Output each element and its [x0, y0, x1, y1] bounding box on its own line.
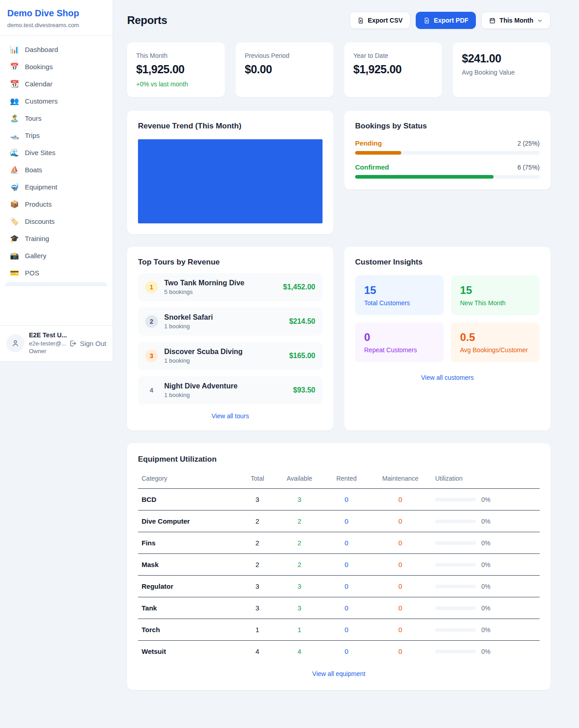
col-category: Category: [138, 470, 240, 489]
stat-cards-row: This Month $1,925.00 +0% vs last month P…: [127, 43, 551, 97]
status-bar-fill: [355, 151, 401, 155]
sidebar-item-tours[interactable]: 🏝️ Tours: [4, 110, 109, 127]
sidebar-item-dashboard[interactable]: 📊 Dashboard: [4, 41, 109, 58]
export-csv-button[interactable]: Export CSV: [350, 12, 410, 29]
equipment-row-mask: Mask 2 2 0 0 0%: [138, 554, 540, 576]
status-row-pending: Pending 2 (25%): [355, 139, 540, 155]
rank-badge: 1: [145, 281, 158, 293]
sign-out-button[interactable]: Sign Out: [69, 340, 106, 347]
stat-card-avg-booking-value: $241.00 Avg Booking Value: [453, 43, 551, 97]
sidebar-item-dive-sites[interactable]: 🌊 Dive Sites: [4, 144, 109, 161]
sidebar-item-boats[interactable]: ⛵ Boats: [4, 161, 109, 178]
sidebar-item-pos[interactable]: 💳 POS: [4, 265, 109, 281]
sidebar-item-reports-partial[interactable]: [5, 282, 107, 286]
package-icon: 📦: [10, 201, 19, 208]
insight-value: 15: [460, 284, 531, 297]
stat-card-this-month: This Month $1,925.00 +0% vs last month: [127, 43, 225, 97]
col-maintenance: Maintenance: [369, 470, 432, 489]
export-pdf-button[interactable]: Export PDF: [416, 12, 476, 29]
export-pdf-label: Export PDF: [434, 17, 468, 24]
insight-repeat-customers: 0 Repeat Customers: [355, 322, 444, 362]
tour-bookings: 5 bookings: [164, 288, 244, 295]
charts-row: Revenue Trend (This Month) Bookings by S…: [127, 111, 551, 234]
utilization-bar: [435, 606, 476, 610]
people-icon: 👥: [10, 98, 19, 105]
sidebar-item-discounts[interactable]: 🏷️ Discounts: [4, 213, 109, 230]
sidebar-item-calendar[interactable]: 📆 Calendar: [4, 76, 109, 92]
equipment-row-tank: Tank 3 3 0 0 0%: [138, 597, 540, 619]
chevron-down-icon: [537, 18, 543, 24]
sidebar-item-label: Customers: [25, 97, 58, 105]
period-selector[interactable]: This Month: [481, 12, 551, 29]
col-total: Total: [240, 470, 275, 489]
tour-row-4[interactable]: 4 Night Dive Adventure 1 booking $93.50: [138, 376, 323, 404]
utilization-pct: 0%: [481, 561, 490, 568]
sidebar-item-label: Dive Sites: [25, 149, 56, 156]
stat-label: This Month: [136, 52, 216, 59]
status-label: Pending: [355, 139, 382, 147]
bookings-by-status-card: Bookings by Status Pending 2 (25%) Confi…: [344, 111, 551, 189]
stat-label: Previous Period: [245, 52, 324, 59]
tour-amount: $93.50: [293, 386, 315, 394]
calendar-icon: [489, 17, 496, 24]
page-title: Reports: [127, 14, 167, 27]
shop-name: Demo Dive Shop: [7, 8, 105, 19]
insight-value: 15: [364, 284, 435, 297]
tour-name: Snorkel Safari: [164, 313, 213, 321]
insight-avg-bookings: 0.5 Avg Bookings/Customer: [451, 322, 540, 362]
stat-value: $241.00: [462, 52, 541, 65]
sidebar-item-label: Products: [25, 200, 52, 208]
equipment-utilization-title: Equipment Utilization: [138, 455, 540, 464]
equipment-row-bcd: BCD 3 3 0 0 0%: [138, 489, 540, 511]
sidebar-item-trips[interactable]: 🛥️ Trips: [4, 127, 109, 144]
calendar-date-icon: 📅: [10, 63, 19, 71]
insight-label: Avg Bookings/Customer: [460, 346, 531, 354]
stat-label: Year to Date: [353, 52, 433, 59]
sidebar-nav: 📊 Dashboard 📅 Bookings 📆 Calendar 👥 Cust…: [0, 36, 113, 325]
user-panel: E2E Test U... e2e-tester@... Owner Sign …: [0, 325, 113, 361]
avatar: [6, 334, 24, 352]
sidebar-item-training[interactable]: 🎓 Training: [4, 230, 109, 247]
user-email: e2e-tester@...: [29, 340, 65, 348]
tour-row-2[interactable]: 2 Snorkel Safari 1 booking $214.50: [138, 307, 323, 336]
tour-amount: $214.50: [289, 317, 315, 326]
status-value: 6 (75%): [517, 164, 540, 171]
header-actions: Export CSV Export PDF This Month: [350, 12, 551, 29]
insight-label: Repeat Customers: [364, 346, 435, 354]
sidebar-item-equipment[interactable]: 🤿 Equipment: [4, 179, 109, 195]
tour-name: Two Tank Morning Dive: [164, 279, 244, 287]
tour-row-3[interactable]: 3 Discover Scuba Diving 1 booking $165.0…: [138, 342, 323, 370]
tour-row-1[interactable]: 1 Two Tank Morning Dive 5 bookings $1,45…: [138, 273, 323, 301]
top-tours-card: Top Tours by Revenue 1 Two Tank Morning …: [127, 247, 333, 430]
utilization-pct: 0%: [481, 626, 490, 633]
sidebar-item-label: Boats: [25, 166, 42, 174]
sidebar-item-gallery[interactable]: 📸 Gallery: [4, 247, 109, 264]
file-download-icon: [357, 17, 364, 24]
credit-card-icon: 💳: [10, 269, 19, 277]
dashboard-icon: 📊: [10, 46, 19, 53]
status-bar-track: [355, 151, 540, 155]
tour-name: Night Dive Adventure: [164, 382, 237, 390]
utilization-pct: 0%: [481, 518, 490, 525]
sidebar-item-customers[interactable]: 👥 Customers: [4, 93, 109, 109]
user-name: E2E Test U...: [29, 331, 65, 339]
utilization-pct: 0%: [481, 583, 490, 590]
sidebar-item-bookings[interactable]: 📅 Bookings: [4, 58, 109, 75]
sidebar-item-label: Gallery: [25, 252, 47, 260]
rank-badge: 4: [145, 384, 158, 397]
view-all-tours-link[interactable]: View all tours: [138, 412, 323, 420]
tour-bookings: 1 booking: [164, 323, 213, 330]
utilization-pct: 0%: [481, 539, 490, 547]
camera-icon: 📸: [10, 252, 19, 260]
equipment-row-wetsuit: Wetsuit 4 4 0 0 0%: [138, 641, 540, 662]
insight-label: New This Month: [460, 299, 531, 307]
col-utilization: Utilization: [432, 470, 540, 489]
rank-badge: 2: [145, 315, 158, 328]
sidebar-item-label: Bookings: [25, 63, 53, 71]
view-all-customers-link[interactable]: View all customers: [355, 374, 540, 381]
view-all-equipment-link[interactable]: View all equipment: [138, 670, 540, 677]
utilization-bar: [435, 628, 476, 632]
tour-bookings: 1 booking: [164, 357, 242, 364]
sidebar-item-products[interactable]: 📦 Products: [4, 196, 109, 213]
tour-bookings: 1 booking: [164, 392, 237, 398]
